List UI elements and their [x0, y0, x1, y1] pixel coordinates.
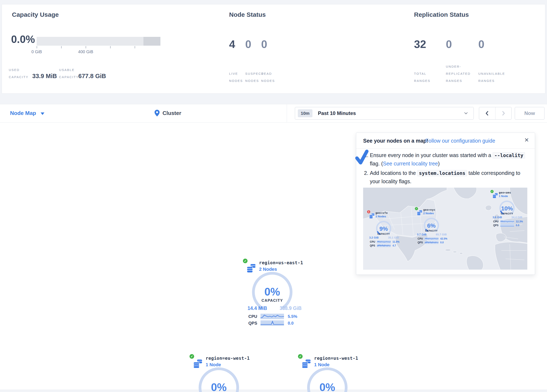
qps-metric-row: QPS0.0: [417, 241, 449, 244]
step1-text: Ensure every node in your cluster was st…: [370, 152, 492, 158]
node-status-items: 4LIVE NODES0SUSPECT NODES0DEAD NODES: [229, 15, 338, 84]
used-capacity-value: 33.9 MiB: [32, 73, 57, 80]
popup-steps: Ensure every node in your cluster was st…: [363, 151, 529, 187]
node-region-gauge[interactable]: ✓region=eu-west-11 Node0%CAPACITY9.9 MiB…: [186, 353, 253, 392]
capacity-bar-reserved-segment: [144, 37, 160, 46]
nodes-db-icon: [369, 213, 375, 219]
capacity-used-value: 3.6 GiB: [492, 216, 502, 219]
status-warning-badge: 1: [367, 210, 370, 213]
qps-sparkline: [425, 241, 438, 244]
locality-label: region=us-east-1: [259, 260, 303, 265]
close-icon[interactable]: ✕: [524, 137, 529, 143]
node-region-gauge[interactable]: 1geo=sfo2 Nodes9%CAPACITY3.2 GiB35.1 GiB…: [367, 210, 400, 248]
cpu-value: 11.0%: [392, 241, 399, 243]
capacity-values: 3.6 GiB34.4 GiB: [492, 216, 522, 219]
stat-value: 4: [229, 38, 235, 50]
stat-label: UNDER- REPLICATED RANGES: [446, 63, 471, 84]
time-range-select[interactable]: 10m Past 10 Minutes: [295, 107, 474, 120]
chevron-down-icon: [41, 112, 44, 115]
node-region-gauge[interactable]: ✓region=us-west-11 Node0%CAPACITY9.6 MiB…: [294, 353, 361, 392]
popup-title: See your nodes on a map!: [363, 138, 428, 144]
capacity-label: CAPACITY: [421, 229, 441, 232]
nodes-db-icon: [417, 210, 422, 216]
cpu-label: CPU: [370, 241, 377, 243]
stat-value: 0: [446, 38, 452, 50]
node-region-gauge[interactable]: ✓geo=ams1 Node10%CAPACITY3.6 GiB34.4 GiB…: [490, 189, 524, 227]
toolbar-divider: [287, 104, 287, 122]
capacity-label: CAPACITY: [374, 233, 394, 235]
step1-text: flag. (: [370, 161, 383, 166]
stat-label: DEAD NODES: [261, 70, 275, 84]
cpu-metric-row: CPU42.5%: [417, 237, 449, 240]
node-region-gauge[interactable]: ✓geo=nyc2 Nodes6%CAPACITY3.7 GiB65.7 GiB…: [414, 206, 448, 245]
cpu-value: 5.5%: [288, 314, 297, 319]
capacity-total-value: 35.1 GiB: [388, 236, 399, 239]
node-region-gauge[interactable]: ✓region=us-east-12 Nodes0%CAPACITY14.4 M…: [239, 257, 306, 328]
capacity-axis-tick: [135, 46, 135, 48]
stat-value: 0: [245, 38, 251, 50]
cpu-sparkline: [260, 314, 284, 319]
cpu-sparkline: [425, 237, 438, 240]
cpu-value: 42.5%: [440, 237, 447, 240]
status-ok-icon: ✓: [491, 190, 494, 193]
capacity-values: 3.7 GiB65.7 GiB: [417, 233, 447, 236]
capacity-usage-title: Capacity Usage: [12, 11, 59, 18]
configuration-guide-link[interactable]: Follow our configuration guide: [425, 138, 495, 144]
stat-value: 32: [414, 38, 426, 50]
time-nav: [479, 107, 512, 120]
example-map-preview: 1geo=sfo2 Nodes9%CAPACITY3.2 GiB35.1 GiB…: [363, 188, 527, 270]
capacity-label: CAPACITY: [251, 298, 293, 303]
summary-card: Capacity Usage 0.0% 0 GiB400 GiB USED CA…: [2, 4, 545, 94]
qps-label: QPS: [248, 321, 260, 326]
cluster-overview-page: Capacity Usage 0.0% 0 GiB400 GiB USED CA…: [0, 0, 547, 392]
locality-label: geo=ams: [499, 191, 511, 194]
capacity-percent: 0%: [198, 381, 240, 392]
breadcrumb[interactable]: Cluster: [155, 110, 181, 117]
time-next-button[interactable]: [495, 107, 512, 119]
capacity-label: CAPACITY: [497, 212, 517, 215]
capacity-percent: 9%: [376, 226, 392, 232]
breadcrumb-label: Cluster: [163, 110, 181, 117]
locality-tree-link[interactable]: See current locality tree: [383, 161, 438, 166]
status-ok-icon: ✓: [298, 354, 303, 359]
cpu-label: CPU: [493, 220, 500, 223]
node-count: 2 Nodes: [423, 212, 434, 215]
node-count: 2 Nodes: [376, 215, 386, 218]
stat-value: 0: [478, 38, 484, 50]
chevron-left-icon: [485, 111, 489, 116]
qps-sparkline: [500, 224, 514, 227]
node-count: 1 Node: [499, 194, 508, 198]
nodes-on-map-popup: See your nodes on a map! Follow our conf…: [356, 132, 535, 275]
chevron-right-icon: [502, 111, 505, 116]
qps-sparkline: [377, 244, 391, 247]
view-selector-label: Node Map: [10, 110, 36, 117]
capacity-total-value: 65.7 GiB: [436, 233, 447, 236]
capacity-axis-tick-label: 0 GiB: [31, 49, 42, 54]
qps-metric-row: QPS4.7: [370, 244, 401, 247]
qps-metric-row: QPS0.0: [493, 224, 525, 227]
capacity-axis-tick: [61, 46, 62, 48]
capacity-used-value: 14.4 MiB: [247, 305, 267, 311]
map-toolbar: Node Map Cluster 10m Past 10 Minutes Now: [0, 104, 547, 123]
stat-label: TOTAL RANGES: [414, 70, 430, 84]
qps-value: 0.0: [516, 224, 519, 227]
cpu-label: CPU: [248, 314, 260, 319]
now-button[interactable]: Now: [515, 107, 545, 120]
usable-capacity-value: 677.8 GiB: [78, 73, 106, 80]
time-prev-button[interactable]: [479, 107, 495, 119]
capacity-percent-value: 0.0%: [11, 33, 35, 45]
system-locations-code: system.locations: [417, 170, 467, 176]
popup-header: See your nodes on a map! Follow our conf…: [356, 133, 535, 149]
capacity-percent: 10%: [499, 205, 515, 212]
cpu-metric-row: CPU11.0%: [370, 240, 401, 243]
qps-value: 0.0: [288, 321, 294, 326]
status-ok-icon: ✓: [415, 207, 418, 210]
stat-label: LIVE NODES: [229, 70, 243, 84]
view-selector-dropdown[interactable]: Node Map: [10, 110, 44, 117]
chevron-down-icon: [464, 112, 468, 114]
qps-value: 4.7: [392, 244, 396, 247]
capacity-axis: 0 GiB400 GiB: [37, 46, 160, 59]
cpu-sparkline: [377, 241, 391, 243]
blue-check-icon: [355, 150, 369, 165]
cpu-metric-row: CPU12.3%: [493, 220, 525, 223]
